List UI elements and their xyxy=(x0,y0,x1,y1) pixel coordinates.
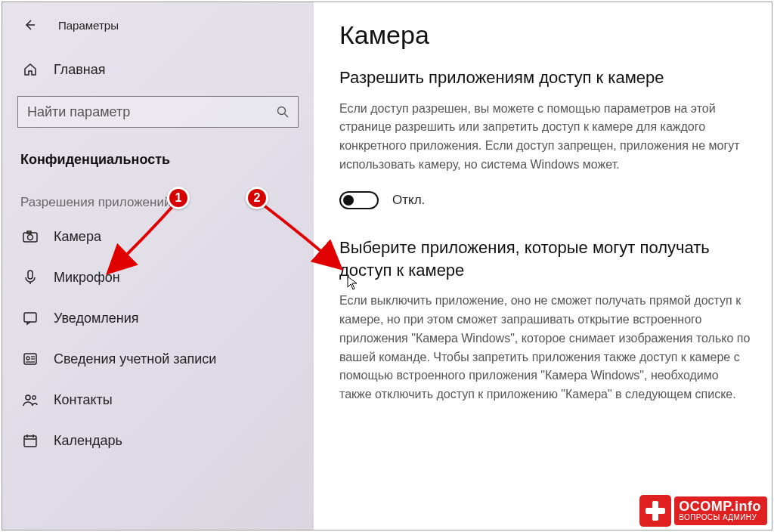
home-icon xyxy=(22,61,39,78)
sidebar-item-label: Календарь xyxy=(54,433,122,449)
back-button[interactable] xyxy=(20,16,39,34)
sidebar-item-notifications[interactable]: Уведомления xyxy=(2,298,314,339)
sidebar-item-label: Микрофон xyxy=(54,270,120,286)
account-info-icon xyxy=(22,351,39,367)
sidebar-item-contacts[interactable]: Контакты xyxy=(2,379,314,420)
watermark-logo-icon xyxy=(639,495,671,527)
sidebar-item-label: Уведомления xyxy=(54,311,139,326)
sidebar-home[interactable]: Главная xyxy=(2,51,314,88)
contacts-icon xyxy=(22,391,39,408)
svg-point-15 xyxy=(33,396,36,400)
annotation-badge-2: 2 xyxy=(246,187,268,209)
svg-rect-16 xyxy=(24,436,36,447)
annotation-badge-1: 1 xyxy=(167,187,190,209)
toggle-knob xyxy=(343,195,354,206)
sidebar-item-camera[interactable]: Камера xyxy=(2,216,314,257)
sidebar-item-label: Сведения учетной записи xyxy=(54,351,216,367)
watermark-site: OCOMP.info xyxy=(679,500,761,514)
toggle-state-label: Откл. xyxy=(392,193,425,208)
svg-line-2 xyxy=(285,114,289,118)
sidebar-item-label: Камера xyxy=(54,229,101,245)
sidebar-item-label: Контакты xyxy=(54,392,113,408)
sidebar-item-account-info[interactable]: Сведения учетной записи xyxy=(2,339,314,379)
section-choose-apps-body: Если выключить приложение, оно не сможет… xyxy=(339,292,751,404)
svg-point-14 xyxy=(26,395,30,400)
page-title: Камера xyxy=(339,20,751,50)
section-allow-apps-body: Если доступ разрешен, вы можете с помощь… xyxy=(339,100,751,175)
camera-access-toggle[interactable] xyxy=(339,191,379,209)
svg-point-10 xyxy=(26,357,29,360)
camera-icon xyxy=(22,228,39,245)
svg-rect-6 xyxy=(28,271,33,279)
section-choose-apps-heading: Выберите приложения, которые могут получ… xyxy=(339,237,751,281)
calendar-icon xyxy=(22,432,39,449)
sidebar-section-privacy: Конфиденциальность xyxy=(2,132,314,175)
search-input[interactable] xyxy=(17,96,299,128)
sidebar-item-calendar[interactable]: Календарь xyxy=(2,420,314,461)
microphone-icon xyxy=(22,269,39,286)
sidebar-home-label: Главная xyxy=(54,62,106,78)
svg-point-1 xyxy=(278,107,286,115)
section-allow-apps-heading: Разрешить приложениям доступ к камере xyxy=(339,66,751,89)
svg-point-4 xyxy=(28,235,33,240)
cursor-icon xyxy=(347,276,359,291)
svg-rect-8 xyxy=(24,313,36,322)
sidebar-item-microphone[interactable]: Микрофон xyxy=(2,257,314,298)
watermark-tagline: ВОПРОСЫ АДМИНУ xyxy=(679,514,761,522)
notifications-icon xyxy=(22,310,39,326)
window-title: Параметры xyxy=(58,19,119,32)
watermark: OCOMP.info ВОПРОСЫ АДМИНУ xyxy=(639,495,767,527)
search-icon xyxy=(276,105,289,119)
